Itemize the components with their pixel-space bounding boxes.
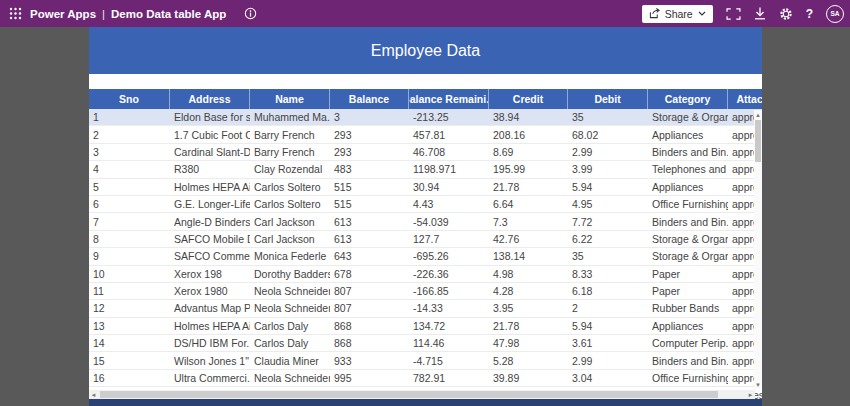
cell-credit: 5.28 (489, 352, 568, 368)
cell-balance-remaining: -4.715 (409, 352, 489, 368)
help-icon: ? (806, 7, 813, 21)
cell-balance: 293 (330, 126, 409, 142)
share-button[interactable]: Share (642, 5, 713, 23)
cell-balance-remaining: -54.039 (409, 213, 489, 229)
cell-name: Neola Schneider (250, 300, 330, 316)
column-header-debit: Debit (568, 89, 648, 109)
cell-balance: 933 (330, 352, 409, 368)
cell-address: R380 (170, 161, 250, 177)
scroll-up-arrow-icon[interactable]: ▲ (754, 110, 762, 119)
cell-credit: 4.98 (489, 266, 568, 282)
cell-debit: 6.22 (568, 231, 648, 247)
cell-debit: 4.95 (568, 196, 648, 212)
cell-credit: 4.28 (489, 283, 568, 299)
app-title: Demo Data table App (111, 8, 226, 20)
vertical-scrollbar[interactable]: ▲ ▼ (754, 110, 762, 389)
table-row[interactable]: 14DS/HD IBM For...Carlos Daly868114.4647… (89, 335, 762, 352)
table-row[interactable]: 5Holmes HEPA Ai...Carlos Soltero51530.94… (89, 179, 762, 196)
download-button[interactable] (754, 7, 766, 20)
cell-balance-remaining: 1198.971 (409, 161, 489, 177)
app-stage-background: Employee Data SnoAddressNameBalanceBalan… (0, 27, 850, 406)
cell-sno: 5 (89, 179, 170, 195)
table-row[interactable]: 9SAFCO Commer...Monica Federle643-695.26… (89, 248, 762, 265)
brand-label: Power Apps (30, 8, 96, 20)
cell-address: Ultra Commerci... (170, 370, 250, 386)
table-row[interactable]: 7Angle-D Binders ...Carl Jackson613-54.0… (89, 213, 762, 230)
table-row[interactable]: 16Ultra Commerci...Neola Schneider995782… (89, 370, 762, 387)
cell-balance-remaining: -14.33 (409, 300, 489, 316)
cell-category: Storage & Organ... (648, 231, 728, 247)
cell-name: Neola Schneider (250, 370, 330, 386)
canvas-bottom-strip (89, 399, 762, 406)
gear-icon (779, 7, 793, 21)
cell-sno: 16 (89, 370, 170, 386)
horizontal-scrollbar-thumb[interactable] (100, 391, 718, 398)
cell-debit: 2.99 (568, 144, 648, 160)
table-row[interactable]: 10Xerox 198Dorothy Badders678-226.364.98… (89, 266, 762, 283)
horizontal-scrollbar[interactable]: ◄ ► (89, 390, 755, 399)
cell-debit: 3.99 (568, 161, 648, 177)
cell-balance: 868 (330, 335, 409, 351)
cell-balance: 3 (330, 109, 409, 125)
cell-sno: 3 (89, 144, 170, 160)
fit-to-window-button[interactable] (726, 8, 741, 20)
table-row[interactable]: 6G.E. Longer-Life ...Carlos Soltero5154.… (89, 196, 762, 213)
app-info-button[interactable] (244, 7, 257, 20)
cell-address: Eldon Base for s... (170, 109, 250, 125)
cell-sno: 4 (89, 161, 170, 177)
cell-balance-remaining: 114.46 (409, 335, 489, 351)
cell-category: Computer Perip... (648, 335, 728, 351)
share-label: Share (665, 8, 693, 20)
cell-balance-remaining: 457.81 (409, 126, 489, 142)
table-row[interactable]: 15Wilson Jones 1" ...Claudia Miner933-4.… (89, 352, 762, 369)
help-button[interactable]: ? (806, 7, 813, 21)
cell-debit: 35 (568, 109, 648, 125)
cell-category: Appliances (648, 126, 728, 142)
cell-name: Carl Jackson (250, 231, 330, 247)
cell-category: Binders and Bin... (648, 352, 728, 368)
cell-credit: 138.14 (489, 248, 568, 264)
cell-debit: 5.94 (568, 179, 648, 195)
cell-balance-remaining: -695.26 (409, 248, 489, 264)
cell-sno: 8 (89, 231, 170, 247)
cell-sno: 11 (89, 283, 170, 299)
cell-name: Claudia Miner (250, 352, 330, 368)
scroll-right-arrow-icon[interactable]: ► (746, 390, 755, 399)
table-body: 1Eldon Base for s...Muhammed Ma...3-213.… (89, 109, 762, 405)
table-row[interactable]: 21.7 Cubic Foot C...Barry French293457.8… (89, 126, 762, 143)
cell-balance: 995 (330, 370, 409, 386)
cell-debit: 5.94 (568, 318, 648, 334)
table-row[interactable]: 13Holmes HEPA Ai...Carlos Daly868134.722… (89, 318, 762, 335)
table-row[interactable]: 4R380Clay Rozendal4831198.971195.993.99T… (89, 161, 762, 178)
cell-balance: 613 (330, 213, 409, 229)
settings-button[interactable] (779, 7, 793, 21)
employee-data-table: SnoAddressNameBalanceBalance Remaini...C… (89, 89, 762, 406)
column-header-balance: Balance (330, 89, 409, 109)
cell-credit: 208.16 (489, 126, 568, 142)
cell-sno: 15 (89, 352, 170, 368)
scroll-left-arrow-icon[interactable]: ◄ (89, 390, 98, 399)
cell-debit: 35 (568, 248, 648, 264)
cell-debit: 3.61 (568, 335, 648, 351)
cell-credit: 38.94 (489, 109, 568, 125)
table-header-row: SnoAddressNameBalanceBalance Remaini...C… (89, 89, 762, 109)
table-row[interactable]: 3Cardinal Slant-D...Barry French29346.70… (89, 144, 762, 161)
table-row[interactable]: 12Advantus Map P...Neola Schneider807-14… (89, 300, 762, 317)
vertical-scrollbar-thumb[interactable] (755, 120, 761, 162)
horizontal-scrollbar-track[interactable] (98, 390, 746, 399)
cell-category: Appliances (648, 318, 728, 334)
scroll-down-arrow-icon[interactable]: ▼ (754, 380, 762, 389)
table-row[interactable]: 1Eldon Base for s...Muhammed Ma...3-213.… (89, 109, 762, 126)
cell-debit: 8.33 (568, 266, 648, 282)
cell-name: Dorothy Badders (250, 266, 330, 282)
cell-address: Xerox 1980 (170, 283, 250, 299)
cell-name: Barry French (250, 144, 330, 160)
app-launcher-waffle-icon[interactable] (0, 0, 30, 27)
cell-category: Paper (648, 266, 728, 282)
cell-address: G.E. Longer-Life ... (170, 196, 250, 212)
cell-category: Telephones and ... (648, 161, 728, 177)
table-row[interactable]: 8SAFCO Mobile D...Carl Jackson613127.742… (89, 231, 762, 248)
account-avatar[interactable]: SA (826, 5, 844, 23)
table-row[interactable]: 11Xerox 1980Neola Schneider807-166.854.2… (89, 283, 762, 300)
cell-credit: 21.78 (489, 318, 568, 334)
